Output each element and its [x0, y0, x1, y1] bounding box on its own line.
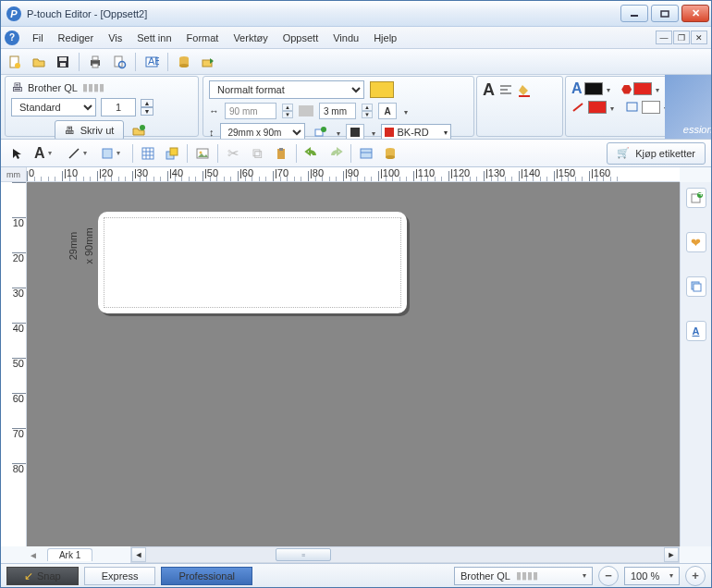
- copies-down-button[interactable]: ▼: [141, 107, 153, 116]
- image-tool[interactable]: [191, 142, 214, 165]
- help-icon[interactable]: ?: [5, 31, 19, 45]
- mdi-close-button[interactable]: ✕: [691, 31, 707, 44]
- preview-button[interactable]: [109, 52, 129, 72]
- mdi-restore-button[interactable]: ❐: [673, 31, 690, 44]
- line-color-icon: [571, 101, 586, 114]
- menu-vis[interactable]: Vis: [101, 30, 129, 46]
- sheet-tab-1[interactable]: Ark 1: [47, 548, 92, 561]
- scroll-right-button[interactable]: ►: [664, 547, 679, 562]
- text-color-dd[interactable]: [605, 83, 610, 94]
- scroll-left-button[interactable]: ◄: [131, 547, 146, 562]
- maximize-button[interactable]: [651, 5, 679, 22]
- format-select[interactable]: Normalt format: [209, 80, 364, 99]
- redo-button[interactable]: [325, 142, 347, 165]
- status-printer-select[interactable]: Brother QL▮▮▮▮: [454, 567, 593, 585]
- print-button[interactable]: [85, 52, 105, 72]
- size-select[interactable]: 29mm x 90m: [220, 123, 305, 140]
- close-button[interactable]: ✕: [681, 5, 709, 22]
- color-mode-dd[interactable]: [370, 127, 375, 138]
- color-mode-button[interactable]: [346, 124, 364, 140]
- copies-input[interactable]: [101, 98, 136, 116]
- brand-badge: essional: [665, 75, 711, 139]
- sheet-prev[interactable]: ◄: [29, 550, 38, 560]
- menu-hjelp[interactable]: Hjelp: [366, 30, 404, 46]
- zoom-select[interactable]: 100 %: [624, 567, 680, 585]
- arrange-tool[interactable]: [161, 142, 183, 165]
- mode-express[interactable]: Express: [84, 567, 156, 585]
- menu-rediger[interactable]: Rediger: [51, 30, 102, 46]
- margin-down[interactable]: ▼: [362, 111, 373, 118]
- copies-up-button[interactable]: ▲: [141, 99, 153, 107]
- line-tool[interactable]: [64, 142, 95, 165]
- text-frame-button[interactable]: A: [378, 103, 397, 119]
- label-object[interactable]: [98, 212, 407, 313]
- db-view-button[interactable]: [379, 142, 401, 165]
- orientation-landscape-button[interactable]: [370, 81, 394, 98]
- shape-color-swatch[interactable]: [633, 82, 652, 95]
- menu-vindu[interactable]: Vindu: [325, 30, 366, 46]
- text-side-button[interactable]: A: [686, 321, 706, 341]
- table-tool[interactable]: [137, 142, 159, 165]
- print-options-button[interactable]: [129, 120, 149, 140]
- canvas[interactable]: 29mmx 90mm: [27, 182, 680, 546]
- menu-verktoy[interactable]: Verktøy: [226, 30, 275, 46]
- side-toolbar: + ❤ A: [680, 182, 711, 546]
- color-fill-icon[interactable]: [517, 83, 532, 98]
- title-bar: P P-touch Editor - [Oppsett2] ✕: [1, 1, 711, 27]
- zoom-out-button[interactable]: −: [598, 566, 619, 586]
- paste-button[interactable]: [270, 142, 292, 165]
- mode-snap[interactable]: Snap: [6, 567, 79, 585]
- text-color-swatch[interactable]: [584, 82, 603, 95]
- text-frame-dd[interactable]: [402, 105, 408, 116]
- line-color-swatch[interactable]: [588, 101, 607, 114]
- bg-color-swatch[interactable]: [642, 101, 660, 114]
- print-mode-select[interactable]: Standard: [11, 98, 96, 116]
- cut-button[interactable]: ✂: [222, 142, 244, 165]
- menu-oppsett[interactable]: Oppsett: [276, 30, 326, 46]
- hscroll-thumb[interactable]: ≡: [276, 548, 331, 561]
- minimize-button[interactable]: [620, 5, 648, 22]
- layout-view-button[interactable]: [355, 142, 377, 165]
- width-field[interactable]: 90 mm: [225, 103, 276, 119]
- margin-up[interactable]: ▲: [362, 104, 373, 111]
- mode-professional[interactable]: Professional: [161, 567, 252, 585]
- align-icon[interactable]: [498, 83, 513, 98]
- database-button[interactable]: [174, 52, 194, 72]
- mdi-minimize-button[interactable]: —: [656, 31, 672, 44]
- svg-rect-25: [627, 103, 637, 111]
- copy-button[interactable]: ⧉: [246, 142, 268, 165]
- transfer-button[interactable]: [198, 52, 218, 72]
- standard-toolbar: ABC: [1, 49, 711, 75]
- save-button[interactable]: [53, 52, 73, 72]
- favorites-side-button[interactable]: ❤: [686, 232, 706, 252]
- shape-tool[interactable]: [97, 142, 129, 165]
- margin-field[interactable]: 3 mm: [319, 103, 356, 119]
- width-up[interactable]: ▲: [282, 104, 293, 111]
- shape-color-dd[interactable]: [654, 83, 659, 94]
- menu-fil[interactable]: Fil: [25, 30, 51, 46]
- layouts-side-button[interactable]: [686, 276, 706, 297]
- print-icon: 🖶: [65, 125, 75, 136]
- zoom-in-button[interactable]: +: [685, 566, 706, 586]
- text-color-icon: A: [571, 80, 583, 97]
- text-tool[interactable]: A: [31, 142, 62, 165]
- horizontal-scrollbar[interactable]: ◄ ≡ ►: [130, 546, 680, 563]
- textbox-button[interactable]: ABC: [141, 52, 162, 72]
- print-button-panel[interactable]: 🖶 Skriv ut: [55, 120, 125, 140]
- add-side-button[interactable]: +: [686, 188, 706, 208]
- width-down[interactable]: ▼: [282, 111, 293, 118]
- undo-button[interactable]: [301, 142, 323, 165]
- menu-format[interactable]: Format: [179, 30, 227, 46]
- buy-labels-button[interactable]: 🛒 Kjøp etiketter: [607, 142, 706, 165]
- feed-dd[interactable]: [335, 127, 340, 138]
- svg-rect-38: [279, 148, 283, 151]
- tape-select[interactable]: BK-RD▾: [381, 124, 451, 140]
- menu-settinn[interactable]: Sett inn: [129, 30, 178, 46]
- line-color-dd[interactable]: [608, 102, 614, 113]
- pointer-tool[interactable]: [6, 142, 29, 165]
- open-button[interactable]: [29, 52, 49, 72]
- svg-line-26: [69, 149, 79, 158]
- feed-button[interactable]: [311, 124, 329, 140]
- new-button[interactable]: [5, 52, 25, 72]
- label-inner-guide: [104, 217, 401, 308]
